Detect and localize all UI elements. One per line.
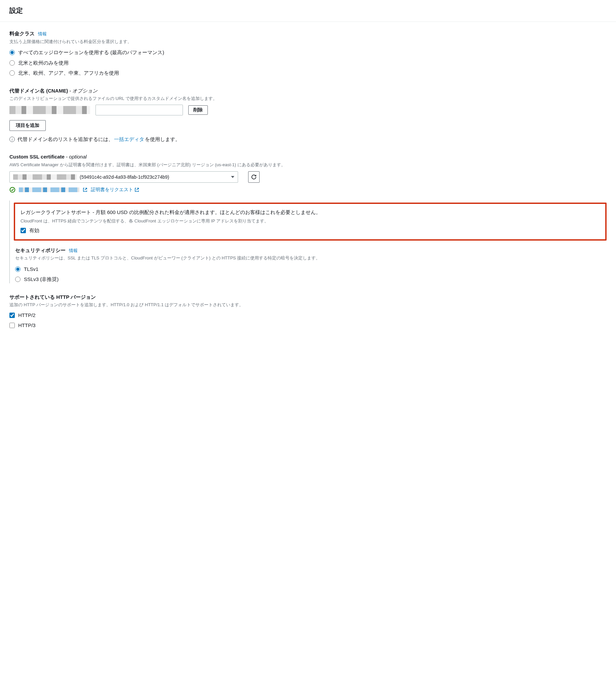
http3-label: HTTP/3 [18,322,36,329]
chevron-down-icon [231,176,234,178]
http-versions-desc: 追加の HTTP バージョンのサポートを追加します。HTTP/1.0 および H… [9,302,607,308]
ssl-optional: - optional [65,154,87,160]
check-circle-icon [9,187,15,193]
policy-option-tlsv1-label: TLSv1 [24,265,38,273]
price-class-option-na-eu-label: 北米と欧州のみを使用 [18,59,69,67]
security-policy-desc: セキュリティポリシーは、SSL または TLS プロトコルと、CloudFron… [15,255,607,261]
ssl-status-row: 証明書をリクエスト [9,186,607,193]
cname-delete-button[interactable]: 削除 [188,105,208,115]
security-policy-info-link[interactable]: 情報 [69,248,78,253]
price-class-option-na-eu-asia[interactable]: 北米、欧州、アジア、中東、アフリカを使用 [9,69,607,77]
price-class-radio-all[interactable] [9,50,15,55]
http2-checkbox-row[interactable]: HTTP/2 [9,312,607,319]
security-policy-radio-group: TLSv1 SSLv3 (非推奨) [15,265,607,283]
security-policy-title: セキュリティポリシー [15,247,66,253]
ssl-select-row: (59491c4c-a92d-4a93-8fab-1cf923c274b9) [9,171,607,183]
ssl-request-cert-link[interactable]: 証明書をリクエスト [91,186,139,193]
ssl-refresh-button[interactable] [248,171,260,183]
legacy-title: レガシークライアントサポート - 月額 600 USD の比例配分された料金が適… [21,209,600,216]
refresh-icon [251,174,257,180]
policy-option-sslv3[interactable]: SSLv3 (非推奨) [15,276,607,283]
http3-checkbox-row[interactable]: HTTP/3 [9,322,607,329]
http-versions-title: サポートされている HTTP バージョン [9,294,96,300]
cname-bulk-info: i 代替ドメイン名のリストを追加するには、 一括エディタ を使用します。 [9,136,607,143]
cname-add-button[interactable]: 項目を追加 [9,120,46,131]
cname-desc: このディストリビューションで提供されるファイルの URL で使用するカスタムドメ… [9,95,607,102]
price-class-radio-na-eu[interactable] [9,60,15,66]
price-class-option-all[interactable]: すべてのエッジロケーションを使用する (最高のパフォーマンス) [9,49,607,57]
ssl-cert-redacted [13,174,77,180]
cname-section: 代替ドメイン名 (CNAME) - オプション このディストリビューションで提供… [9,87,607,143]
legacy-enabled-checkbox[interactable] [21,228,26,233]
ssl-status-redacted [19,187,79,192]
legacy-enabled-label: 有効 [29,227,39,235]
ssl-selected-value: (59491c4c-a92d-4a93-8fab-1cf923c274b9) [80,174,169,181]
legacy-enabled-checkbox-row[interactable]: 有効 [21,227,600,235]
policy-radio-tlsv1[interactable] [15,267,21,272]
cname-optional: - オプション [68,88,98,94]
price-class-radio-na-eu-asia[interactable] [9,70,15,76]
http2-checkbox[interactable] [9,313,15,318]
settings-content: 料金クラス 情報 支払う上限価格に関連付けられている料金区分を選択します。 すべ… [0,22,616,346]
page-title: 設定 [9,5,607,15]
price-class-option-na-eu-asia-label: 北米、欧州、アジア、中東、アフリカを使用 [18,69,119,77]
ssl-view-cert-link[interactable] [83,187,87,192]
cname-redacted [9,106,90,114]
price-class-title: 料金クラス [9,31,35,36]
ssl-request-cert-label: 証明書をリクエスト [91,186,133,193]
legacy-desc: CloudFront は、HTTPS 経由でコンテンツを配信する、各 Cloud… [21,218,600,224]
cname-title: 代替ドメイン名 (CNAME) [9,88,68,94]
policy-option-tlsv1[interactable]: TLSv1 [15,265,607,273]
policy-radio-sslv3[interactable] [15,277,21,282]
cname-bulk-suffix: を使用します。 [145,136,180,143]
bulk-editor-link[interactable]: 一括エディタ [114,136,144,143]
price-class-desc: 支払う上限価格に関連付けられている料金区分を選択します。 [9,38,607,45]
price-class-option-na-eu[interactable]: 北米と欧州のみを使用 [9,59,607,67]
price-class-section: 料金クラス 情報 支払う上限価格に関連付けられている料金区分を選択します。 すべ… [9,30,607,77]
policy-option-sslv3-label: SSLv3 (非推奨) [24,276,59,283]
cname-input[interactable] [95,105,183,115]
price-class-option-all-label: すべてのエッジロケーションを使用する (最高のパフォーマンス) [18,49,164,57]
http2-label: HTTP/2 [18,312,36,319]
external-link-icon [134,187,139,192]
external-link-icon [83,187,87,192]
http-versions-section: サポートされている HTTP バージョン 追加の HTTP バージョンのサポート… [9,293,607,329]
ssl-desc: AWS Certificate Manager から証明書を関連付けます。証明書… [9,162,607,168]
cname-row: 削除 [9,105,607,115]
price-class-radio-group: すべてのエッジロケーションを使用する (最高のパフォーマンス) 北米と欧州のみを… [9,49,607,77]
ssl-title: Custom SSL certificate [9,154,65,160]
legacy-client-box: レガシークライアントサポート - 月額 600 USD の比例配分された料金が適… [14,203,607,241]
cname-bulk-prefix: 代替ドメイン名のリストを追加するには、 [17,136,113,143]
security-policy-section: セキュリティポリシー 情報 セキュリティポリシーは、SSL または TLS プロ… [10,247,607,283]
price-class-info-link[interactable]: 情報 [38,31,47,36]
ssl-section: Custom SSL certificate - optional AWS Ce… [9,153,607,283]
ssl-certificate-select[interactable]: (59491c4c-a92d-4a93-8fab-1cf923c274b9) [9,171,238,183]
ssl-subsection-tree: レガシークライアントサポート - 月額 600 USD の比例配分された料金が適… [9,201,607,283]
http3-checkbox[interactable] [9,323,15,328]
info-icon: i [9,137,15,142]
page-header: 設定 [0,0,616,22]
